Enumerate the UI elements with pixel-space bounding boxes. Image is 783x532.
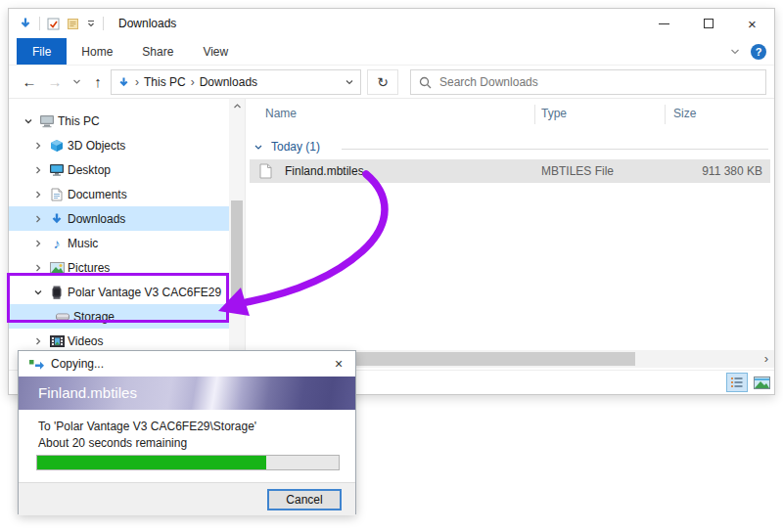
forward-icon: → [48, 74, 63, 89]
sidebar-item-label: Music [68, 237, 98, 250]
tab-view[interactable]: View [188, 38, 243, 65]
this-pc-icon [36, 114, 58, 128]
breadcrumb-downloads[interactable]: Downloads [200, 75, 257, 89]
scroll-right-icon[interactable]: › [764, 351, 768, 366]
sidebar-item-label: Polar Vantage V3 CAC6FE29 [68, 286, 221, 299]
qat-dropdown-icon[interactable] [86, 19, 96, 28]
dialog-close-button[interactable]: × [322, 351, 355, 377]
chevron-right-icon[interactable] [30, 263, 46, 273]
refresh-icon: ↻ [377, 74, 389, 90]
breadcrumb-separator: › [135, 75, 139, 89]
downloads-folder-icon[interactable] [19, 17, 32, 30]
tab-share[interactable]: Share [127, 38, 188, 65]
new-folder-icon[interactable] [67, 18, 79, 30]
column-header-size[interactable]: Size [673, 107, 696, 120]
dialog-title: Copying... [51, 357, 104, 371]
copy-dialog: Copying... × Finland.mbtiles To 'Polar V… [18, 350, 356, 514]
scroll-up-icon[interactable] [229, 99, 245, 112]
file-list: Name Type Size Today (1) Finland.mbtiles… [246, 99, 774, 370]
videos-icon [46, 335, 68, 347]
sidebar-item-this-pc[interactable]: This PC [9, 109, 229, 133]
chevron-down-icon[interactable] [30, 288, 46, 297]
sidebar-item-label: Videos [68, 334, 103, 348]
recent-locations-button[interactable] [68, 69, 85, 95]
close-icon: × [748, 17, 757, 31]
portable-device-icon [46, 286, 68, 299]
search-box[interactable] [410, 69, 766, 95]
help-button[interactable]: ? [751, 44, 766, 60]
ribbon-tabs: File Home Share View [9, 38, 774, 66]
maximize-button[interactable] [686, 9, 730, 38]
address-box[interactable]: › This PC › Downloads [111, 69, 361, 95]
time-remaining: About 20 seconds remaining [38, 436, 187, 450]
chevron-right-icon[interactable] [30, 336, 46, 346]
group-header-today[interactable]: Today (1) [246, 138, 774, 157]
chevron-right-icon[interactable] [30, 165, 46, 175]
chevron-right-icon[interactable] [30, 239, 46, 248]
quick-access-toolbar: Downloads [9, 17, 176, 30]
separator [39, 17, 40, 30]
sidebar-item-polar-vantage[interactable]: Polar Vantage V3 CAC6FE29 [9, 280, 229, 304]
forward-button[interactable]: → [42, 69, 68, 95]
tab-home[interactable]: Home [67, 38, 127, 65]
window-title: Downloads [118, 17, 176, 30]
sidebar-item-pictures[interactable]: Pictures [9, 255, 229, 280]
sidebar-item-documents[interactable]: Documents [9, 182, 229, 206]
sidebar-scrollbar[interactable] [229, 99, 245, 370]
group-label: Today (1) [271, 140, 320, 154]
maximize-icon [704, 19, 714, 28]
copy-progress-bar [36, 455, 340, 470]
chevron-down-icon[interactable] [253, 143, 263, 153]
copying-filename: Finland.mbtiles [38, 384, 137, 401]
sidebar-item-3d-objects[interactable]: 3D Objects [9, 133, 229, 157]
file-icon [259, 163, 272, 179]
sidebar-item-downloads[interactable]: Downloads [9, 206, 229, 231]
scrollbar-thumb[interactable] [231, 200, 243, 302]
sidebar-item-label: Pictures [68, 261, 110, 275]
properties-icon[interactable] [47, 18, 60, 30]
thumbnails-view-icon [754, 377, 770, 389]
details-view-button[interactable] [726, 373, 748, 392]
dialog-title-bar: Copying... × [19, 351, 355, 377]
cancel-button[interactable]: Cancel [267, 489, 342, 510]
minimize-button[interactable] [642, 9, 686, 38]
screen: Downloads × File Home Share View ? ← → [0, 0, 783, 532]
back-icon: ← [23, 74, 37, 89]
downloads-icon [46, 212, 68, 226]
music-icon: ♪ [46, 237, 68, 250]
column-separator[interactable] [534, 105, 535, 124]
file-name: Finland.mbtiles [285, 164, 364, 178]
sidebar-item-desktop[interactable]: Desktop [9, 157, 229, 182]
chevron-down-icon[interactable] [21, 116, 36, 126]
3d-objects-icon [46, 139, 68, 153]
refresh-button[interactable]: ↻ [367, 69, 398, 95]
group-divider-line [342, 149, 768, 150]
sidebar-item-label: 3D Objects [68, 139, 125, 153]
close-icon: × [335, 356, 343, 372]
file-row-finland-mbtiles[interactable]: Finland.mbtiles MBTILES File 911 380 KB [250, 159, 770, 183]
address-dropdown-icon[interactable] [345, 77, 354, 87]
file-size: 911 380 KB [702, 164, 762, 178]
column-header-name[interactable]: Name [265, 107, 297, 120]
downloads-folder-icon [117, 76, 130, 89]
column-headers: Name Type Size [246, 101, 774, 128]
sidebar-item-music[interactable]: ♪ Music [9, 231, 229, 255]
column-header-type[interactable]: Type [541, 107, 567, 120]
up-button[interactable]: ↑ [85, 69, 111, 95]
sidebar-item-storage[interactable]: Storage [9, 304, 229, 329]
dialog-footer: Cancel [19, 482, 355, 515]
up-icon: ↑ [94, 74, 102, 89]
chevron-right-icon[interactable] [30, 141, 46, 151]
search-input[interactable] [439, 75, 758, 89]
tab-file[interactable]: File [17, 38, 67, 65]
back-button[interactable]: ← [17, 69, 42, 95]
chevron-right-icon[interactable] [30, 214, 46, 224]
close-button[interactable]: × [730, 9, 774, 38]
column-separator[interactable] [665, 105, 666, 124]
thumbnails-view-button[interactable] [751, 373, 772, 392]
copy-icon [28, 358, 45, 371]
storage-drive-icon [52, 313, 73, 321]
breadcrumb-this-pc[interactable]: This PC [144, 75, 186, 89]
chevron-right-icon[interactable] [30, 190, 46, 200]
expand-ribbon-icon[interactable] [729, 46, 741, 58]
